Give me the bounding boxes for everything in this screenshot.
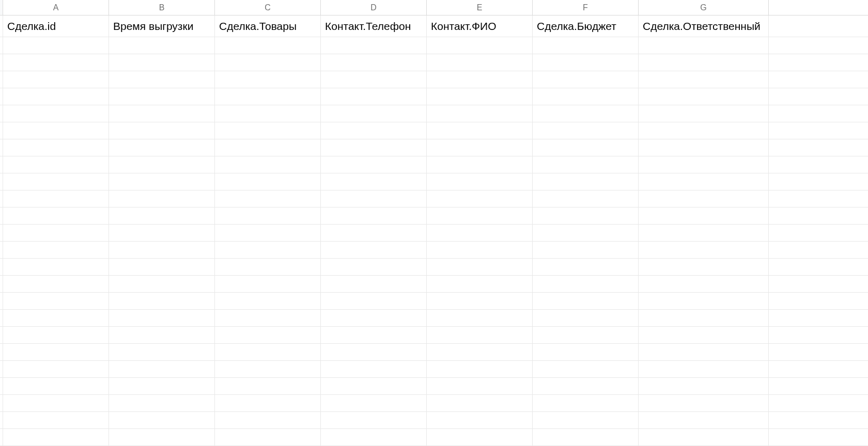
cell-E11[interactable] — [427, 190, 533, 207]
cell-D17[interactable] — [321, 293, 427, 309]
cell-B22[interactable] — [109, 378, 215, 394]
cell-A17[interactable] — [3, 293, 109, 309]
cell-C18[interactable] — [215, 310, 321, 326]
cell-A23[interactable] — [3, 395, 109, 411]
cell-F1[interactable]: Сделка.Бюджет — [533, 15, 639, 37]
cell-F3[interactable] — [533, 54, 639, 71]
cell-tail-25[interactable] — [769, 429, 791, 445]
cell-E23[interactable] — [427, 395, 533, 411]
cell-D20[interactable] — [321, 344, 427, 360]
cell-D24[interactable] — [321, 412, 427, 428]
cell-D2[interactable] — [321, 37, 427, 54]
cell-tail-6[interactable] — [769, 105, 791, 122]
cell-B16[interactable] — [109, 276, 215, 292]
cell-B1[interactable]: Время выгрузки — [109, 15, 215, 37]
cell-tail-17[interactable] — [769, 293, 791, 309]
cell-G25[interactable] — [639, 429, 769, 445]
cell-E4[interactable] — [427, 71, 533, 88]
cell-F6[interactable] — [533, 105, 639, 122]
cell-F15[interactable] — [533, 259, 639, 275]
cell-F13[interactable] — [533, 225, 639, 241]
cell-E25[interactable] — [427, 429, 533, 445]
cell-C1[interactable]: Сделка.Товары — [215, 15, 321, 37]
cell-C22[interactable] — [215, 378, 321, 394]
cell-E3[interactable] — [427, 54, 533, 71]
cell-G1[interactable]: Сделка.Ответственный — [639, 15, 769, 37]
column-header-C[interactable]: C — [215, 0, 321, 15]
cell-F9[interactable] — [533, 156, 639, 173]
cell-C4[interactable] — [215, 71, 321, 88]
cell-D5[interactable] — [321, 88, 427, 105]
cell-D1[interactable]: Контакт.Телефон — [321, 15, 427, 37]
cell-B9[interactable] — [109, 156, 215, 173]
cell-G16[interactable] — [639, 276, 769, 292]
cell-A25[interactable] — [3, 429, 109, 445]
cell-A10[interactable] — [3, 173, 109, 190]
cell-C25[interactable] — [215, 429, 321, 445]
cell-F18[interactable] — [533, 310, 639, 326]
cell-F10[interactable] — [533, 173, 639, 190]
cell-A13[interactable] — [3, 225, 109, 241]
cell-A8[interactable] — [3, 139, 109, 156]
cell-C2[interactable] — [215, 37, 321, 54]
cell-tail-15[interactable] — [769, 259, 791, 275]
cell-E6[interactable] — [427, 105, 533, 122]
cell-D25[interactable] — [321, 429, 427, 445]
cell-E2[interactable] — [427, 37, 533, 54]
cell-F24[interactable] — [533, 412, 639, 428]
cell-tail-16[interactable] — [769, 276, 791, 292]
cell-G17[interactable] — [639, 293, 769, 309]
cell-D10[interactable] — [321, 173, 427, 190]
cell-G4[interactable] — [639, 71, 769, 88]
cell-C15[interactable] — [215, 259, 321, 275]
cell-G14[interactable] — [639, 242, 769, 258]
cell-G21[interactable] — [639, 361, 769, 377]
cell-F16[interactable] — [533, 276, 639, 292]
column-header-B[interactable]: B — [109, 0, 215, 15]
cell-E1[interactable]: Контакт.ФИО — [427, 15, 533, 37]
cell-B18[interactable] — [109, 310, 215, 326]
cell-E12[interactable] — [427, 208, 533, 224]
cell-G18[interactable] — [639, 310, 769, 326]
column-header-G[interactable]: G — [639, 0, 769, 15]
cell-C12[interactable] — [215, 208, 321, 224]
cell-A18[interactable] — [3, 310, 109, 326]
cell-C7[interactable] — [215, 122, 321, 139]
cell-B24[interactable] — [109, 412, 215, 428]
cell-tail-7[interactable] — [769, 122, 791, 139]
cell-A11[interactable] — [3, 190, 109, 207]
cell-F20[interactable] — [533, 344, 639, 360]
column-header-E[interactable]: E — [427, 0, 533, 15]
cell-B10[interactable] — [109, 173, 215, 190]
cell-G13[interactable] — [639, 225, 769, 241]
cell-E20[interactable] — [427, 344, 533, 360]
cell-A4[interactable] — [3, 71, 109, 88]
cell-A5[interactable] — [3, 88, 109, 105]
cell-B4[interactable] — [109, 71, 215, 88]
cell-F5[interactable] — [533, 88, 639, 105]
cell-E9[interactable] — [427, 156, 533, 173]
cell-A22[interactable] — [3, 378, 109, 394]
cell-E8[interactable] — [427, 139, 533, 156]
cell-F22[interactable] — [533, 378, 639, 394]
cell-D16[interactable] — [321, 276, 427, 292]
cell-B25[interactable] — [109, 429, 215, 445]
cell-D9[interactable] — [321, 156, 427, 173]
column-header-tail[interactable] — [769, 0, 791, 15]
cell-A19[interactable] — [3, 327, 109, 343]
cell-tail-10[interactable] — [769, 173, 791, 190]
cell-C17[interactable] — [215, 293, 321, 309]
cell-tail-12[interactable] — [769, 208, 791, 224]
cell-E18[interactable] — [427, 310, 533, 326]
cell-A15[interactable] — [3, 259, 109, 275]
cell-D12[interactable] — [321, 208, 427, 224]
cell-G8[interactable] — [639, 139, 769, 156]
cell-tail-14[interactable] — [769, 242, 791, 258]
cell-G23[interactable] — [639, 395, 769, 411]
cell-D19[interactable] — [321, 327, 427, 343]
cell-D21[interactable] — [321, 361, 427, 377]
cell-G5[interactable] — [639, 88, 769, 105]
cell-C23[interactable] — [215, 395, 321, 411]
cell-C20[interactable] — [215, 344, 321, 360]
cell-E17[interactable] — [427, 293, 533, 309]
